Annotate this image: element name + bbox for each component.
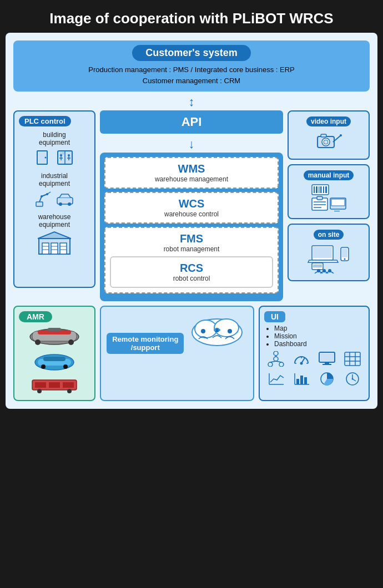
svg-marker-23 <box>38 232 71 239</box>
plc-industrial-icons <box>19 190 90 207</box>
ui-icons-grid <box>264 351 364 389</box>
amr-label: AMR <box>19 311 52 322</box>
ui-icon-linechart <box>264 371 288 389</box>
svg-rect-111 <box>345 353 349 356</box>
svg-line-95 <box>270 361 276 362</box>
svg-point-89 <box>218 329 220 331</box>
content-area: Customer's system Production management … <box>6 33 377 409</box>
ui-list: Map Mission Dashboard <box>264 325 364 348</box>
barcode-clipboard-icon <box>309 184 348 211</box>
svg-point-35 <box>324 140 328 144</box>
ui-item-dashboard: Dashboard <box>274 340 364 348</box>
plc-warehouse-icons <box>19 231 90 255</box>
api-bar: API <box>100 110 283 134</box>
plc-building-icons: △▽ <box>19 149 90 166</box>
video-label: video input <box>306 116 351 126</box>
amr-robot1-icon <box>27 326 82 347</box>
plc-label: PLC control <box>19 116 71 126</box>
svg-point-93 <box>274 351 278 356</box>
svg-point-85 <box>201 329 205 333</box>
car-icon <box>56 190 74 207</box>
svg-rect-78 <box>49 382 60 388</box>
svg-rect-24 <box>42 243 49 254</box>
svg-point-92 <box>279 362 284 367</box>
svg-point-2 <box>45 157 47 159</box>
svg-point-84 <box>214 319 239 337</box>
svg-rect-103 <box>320 353 334 361</box>
svg-rect-45 <box>325 186 327 193</box>
plc-industrial-text: industrialequipment <box>19 172 90 187</box>
svg-point-21 <box>68 202 71 206</box>
svg-rect-73 <box>43 357 65 361</box>
rcs-block: RCS robot control <box>110 256 273 288</box>
ui-item-mission: Mission <box>274 332 364 340</box>
svg-point-88 <box>214 329 216 331</box>
svg-rect-41 <box>316 186 318 193</box>
fms-block: FMS robot management RCS robot control <box>104 227 279 293</box>
remote-label: Remote monitoring/support <box>107 333 184 354</box>
manual-label: manual input <box>304 170 354 180</box>
svg-point-68 <box>35 339 41 345</box>
svg-point-16 <box>41 195 43 197</box>
wcs-desc: warehouse control <box>110 210 273 218</box>
amr-box: AMR <box>13 306 95 401</box>
svg-point-83 <box>195 320 217 338</box>
svg-rect-42 <box>319 186 320 193</box>
fms-name: FMS <box>110 232 273 245</box>
amr-robots <box>19 326 90 396</box>
ui-item-map: Map <box>274 325 364 332</box>
middle-row: PLC control buildingequipment <box>13 110 370 301</box>
ui-box: UI Map Mission Dashboard <box>259 306 370 401</box>
svg-point-75 <box>63 364 68 369</box>
svg-rect-55 <box>313 247 332 258</box>
svg-point-123 <box>352 378 354 380</box>
ui-icon-piechart <box>315 371 339 389</box>
svg-point-74 <box>41 364 46 369</box>
svg-rect-70 <box>48 328 61 331</box>
remote-support-icon <box>187 311 248 350</box>
svg-point-80 <box>37 389 42 393</box>
page-wrapper: Image of cooperation with PLiBOT WRCS Cu… <box>0 0 383 588</box>
svg-rect-116 <box>296 379 299 384</box>
svg-rect-36 <box>321 134 326 137</box>
svg-rect-13 <box>36 202 43 206</box>
svg-line-18 <box>47 192 51 194</box>
svg-point-87 <box>228 329 232 333</box>
plc-warehouse-text: warehouseequipment <box>19 213 90 229</box>
svg-rect-77 <box>35 382 46 388</box>
customer-label: Customer's system <box>132 45 250 61</box>
svg-line-96 <box>276 361 281 362</box>
wms-block: WMS warehouse management <box>104 157 279 189</box>
elevator-icon: △▽ <box>56 149 74 166</box>
plc-warehouse: warehouseequipment <box>19 213 90 255</box>
svg-rect-79 <box>63 382 74 388</box>
svg-point-38 <box>340 134 342 136</box>
devices-icon <box>306 243 351 273</box>
wms-desc: warehouse management <box>110 175 273 183</box>
rcs-name: RCS <box>115 262 268 275</box>
amr-robot2-icon <box>32 351 77 371</box>
svg-rect-117 <box>300 376 303 384</box>
svg-rect-59 <box>312 263 323 270</box>
plc-industrial: industrialequipment <box>19 172 90 207</box>
svg-rect-26 <box>60 243 67 254</box>
ui-icon-network <box>264 351 288 369</box>
svg-text:△▽: △▽ <box>60 151 64 155</box>
svg-rect-57 <box>342 249 347 257</box>
svg-point-69 <box>68 339 74 345</box>
svg-rect-118 <box>304 377 307 384</box>
wcs-block: WCS warehouse control <box>104 192 279 224</box>
plc-building: buildingequipment <box>19 131 90 166</box>
fms-desc: robot management <box>110 245 273 253</box>
plc-box: PLC control buildingequipment <box>13 110 95 288</box>
camera-icon <box>312 130 345 152</box>
svg-point-90 <box>268 362 273 367</box>
svg-rect-43 <box>320 186 322 193</box>
warehouse-building-icon <box>38 231 71 255</box>
ui-icon-clock <box>341 371 364 389</box>
customer-desc2: Customer management : CRM <box>24 75 359 87</box>
ui-icon-barchart <box>290 371 313 389</box>
ui-icon-gauge <box>290 351 313 369</box>
ui-icon-table <box>341 351 364 369</box>
right-col: video input <box>288 110 370 281</box>
